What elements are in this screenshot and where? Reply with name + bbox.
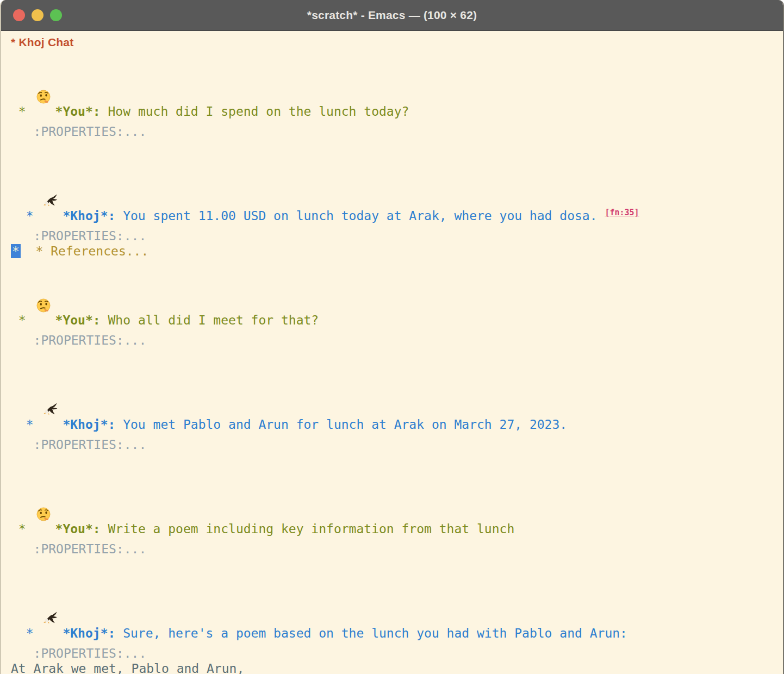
you-line[interactable]: * *You*: How much did I spend on the lun… xyxy=(11,50,779,124)
thinking-face-emoji xyxy=(36,259,51,333)
close-button[interactable] xyxy=(13,9,25,21)
heading-star: * xyxy=(11,417,41,432)
props-line[interactable]: :PROPERTIES:... xyxy=(11,541,779,557)
speaker-name: *You*: xyxy=(55,104,101,118)
blank-line[interactable] xyxy=(11,348,779,363)
props-line[interactable]: :PROPERTIES:... xyxy=(11,437,779,452)
speaker-name: *You*: xyxy=(55,522,101,536)
properties-drawer[interactable]: :PROPERTIES:... xyxy=(11,333,146,347)
you-line[interactable]: * *You*: Who all did I meet for that? xyxy=(11,259,779,333)
properties-drawer[interactable]: :PROPERTIES:... xyxy=(11,646,146,660)
speaker-name: *Khoj*: xyxy=(63,417,115,432)
heading-star: * xyxy=(11,104,34,118)
khoj-line[interactable]: * *Khoj*: Sure, here's a poem based on t… xyxy=(11,572,779,646)
zoom-button[interactable] xyxy=(50,9,62,21)
message-text: You spent 11.00 USD on lunch today at Ar… xyxy=(115,209,605,223)
eagle-emoji xyxy=(43,154,58,228)
window-controls xyxy=(13,9,62,21)
properties-drawer[interactable]: :PROPERTIES:... xyxy=(11,229,146,243)
message-text: You met Pablo and Arun for lunch at Arak… xyxy=(115,417,567,432)
heading-star: * xyxy=(11,313,34,327)
blank-line[interactable] xyxy=(11,452,779,467)
blank-line[interactable] xyxy=(11,139,779,154)
thinking-face-emoji xyxy=(36,50,51,124)
footnote-link[interactable]: [fn:35] xyxy=(605,208,639,217)
speaker-name: *You*: xyxy=(55,313,101,327)
heading-star: * xyxy=(11,209,41,223)
buffer-lines[interactable]: * Khoj Chat * *You*: How much did I spen… xyxy=(1,31,783,674)
chat-title-heading: * Khoj Chat xyxy=(11,36,73,48)
properties-drawer[interactable]: :PROPERTIES:... xyxy=(11,542,146,556)
props-line[interactable]: :PROPERTIES:... xyxy=(11,333,779,348)
minimize-button[interactable] xyxy=(32,9,43,21)
speaker-name: *Khoj*: xyxy=(63,209,115,223)
props-line[interactable]: :PROPERTIES:... xyxy=(11,228,779,244)
khoj-line[interactable]: * *Khoj*: You spent 11.00 USD on lunch t… xyxy=(11,154,779,228)
properties-drawer[interactable]: :PROPERTIES:... xyxy=(11,124,146,139)
blank-line[interactable] xyxy=(11,557,779,572)
message-text: How much did I spend on the lunch today? xyxy=(101,104,409,118)
props-line[interactable]: :PROPERTIES:... xyxy=(11,646,779,661)
body-line[interactable]: At Arak we met, Pablo and Arun, xyxy=(11,661,779,674)
you-line[interactable]: * *You*: Write a poem including key info… xyxy=(11,467,779,541)
message-text: Who all did I meet for that? xyxy=(101,313,319,327)
message-text: Sure, here's a poem based on the lunch y… xyxy=(115,626,627,640)
properties-drawer[interactable]: :PROPERTIES:... xyxy=(11,438,146,452)
emacs-window: *scratch* - Emacs — (100 × 62) * Khoj Ch… xyxy=(0,0,784,674)
references-heading[interactable]: * References... xyxy=(36,244,149,258)
titlebar[interactable]: *scratch* - Emacs — (100 × 62) xyxy=(1,0,783,31)
heading-star: * xyxy=(11,522,34,536)
heading-star: * xyxy=(11,626,41,640)
message-text: Write a poem including key information f… xyxy=(101,522,515,536)
khoj-line[interactable]: * *Khoj*: You met Pablo and Arun for lun… xyxy=(11,363,779,437)
references-line[interactable]: * * References... xyxy=(11,244,779,259)
eagle-emoji xyxy=(43,363,58,437)
speaker-name: *Khoj*: xyxy=(63,626,115,640)
props-line[interactable]: :PROPERTIES:... xyxy=(11,124,779,139)
thinking-face-emoji xyxy=(36,467,51,541)
cursor-gap xyxy=(21,244,36,258)
eagle-emoji xyxy=(43,572,58,646)
title-line[interactable]: * Khoj Chat xyxy=(11,35,779,50)
message-body-text: At Arak we met, Pablo and Arun, xyxy=(11,661,244,674)
text-cursor: * xyxy=(11,244,21,258)
window-title: *scratch* - Emacs — (100 × 62) xyxy=(307,9,477,22)
